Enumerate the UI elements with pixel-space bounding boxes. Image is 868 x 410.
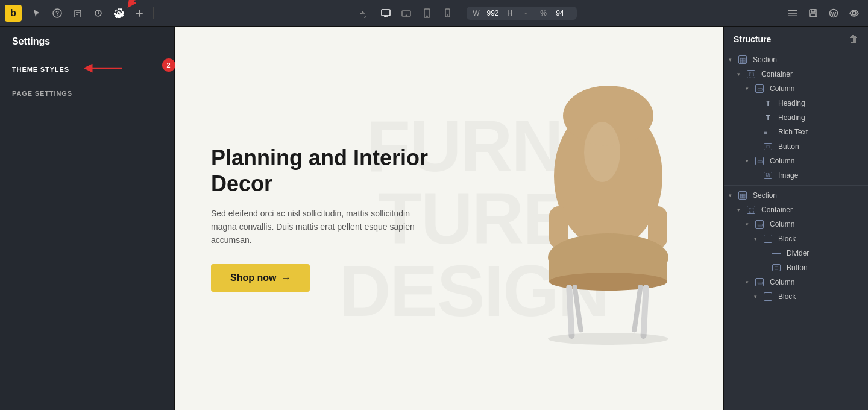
page-settings-label: PAGE SETTINGS — [12, 90, 72, 97]
heading-icon: T — [764, 99, 773, 107]
annotation-badge-2: 2 — [162, 58, 175, 72]
tree-item-label: Heading — [778, 99, 805, 107]
tree-item[interactable]: ▾▭Column — [724, 154, 868, 168]
tree-item[interactable]: THeading — [724, 96, 868, 110]
tree-section-divider — [724, 185, 868, 186]
container-icon: ⬚ — [747, 206, 756, 214]
tree-item[interactable]: ▾Block — [724, 232, 868, 246]
chair-svg — [518, 80, 699, 357]
tree-item[interactable]: ▾⬚Container — [724, 203, 868, 217]
tree-item[interactable]: ▾▭Column — [724, 81, 868, 96]
container-icon: ⬚ — [747, 70, 756, 78]
tree-chevron[interactable]: ▾ — [729, 192, 736, 198]
tree-item[interactable]: □Button — [724, 139, 868, 154]
section-icon: ▦ — [738, 55, 748, 64]
tree-item-label: Section — [753, 55, 777, 64]
theme-styles-label: THEME STYLES — [12, 66, 69, 73]
mobile-btn[interactable] — [438, 5, 457, 22]
wordpress-btn[interactable]: W — [825, 4, 843, 22]
dimension-inputs: W H % — [467, 7, 577, 20]
shop-now-button[interactable]: Shop now → — [211, 264, 310, 292]
tree-item-label: Column — [770, 278, 794, 286]
tree-item-label: Container — [761, 70, 793, 78]
tree-item[interactable]: ≡Rich Text — [724, 125, 868, 139]
viewport-controls — [356, 5, 457, 22]
tree-item[interactable]: 🖼Image — [724, 168, 868, 183]
save-btn[interactable] — [804, 4, 822, 22]
main-area: Settings THEME STYLES 2 PAGE SETTINGS FU… — [0, 27, 868, 410]
tree-item-label: Button — [778, 142, 799, 151]
section-icon: ▦ — [738, 191, 748, 200]
svg-rect-17 — [788, 15, 797, 16]
column-icon: ▭ — [755, 278, 765, 286]
zoom-input[interactable] — [549, 9, 571, 17]
tree-chevron[interactable]: ▾ — [737, 207, 744, 213]
canvas-inner: FURNI TURE DESIGN Planning and Interior … — [175, 27, 723, 410]
tree-item[interactable]: ▾⬚Container — [724, 67, 868, 81]
more-btn[interactable] — [784, 4, 802, 22]
settings-btn[interactable] — [110, 4, 128, 22]
add-btn[interactable] — [130, 4, 148, 22]
width-input[interactable] — [482, 9, 504, 17]
svg-rect-19 — [811, 10, 815, 12]
tree-item[interactable]: THeading — [724, 110, 868, 125]
block-icon — [764, 292, 773, 301]
left-sidebar: Settings THEME STYLES 2 PAGE SETTINGS — [0, 27, 175, 410]
tablet-landscape-btn[interactable] — [397, 5, 416, 22]
tablet-portrait-btn[interactable] — [417, 5, 436, 22]
w-label: W — [473, 9, 479, 17]
tree-chevron[interactable]: ▾ — [754, 294, 761, 300]
pages-btn[interactable] — [69, 4, 87, 22]
sidebar-title: Settings — [0, 27, 174, 57]
trash-icon[interactable]: 🗑 — [849, 34, 858, 45]
tree-item-label: Block — [778, 235, 796, 243]
sidebar-item-theme-styles[interactable]: THEME STYLES 2 — [0, 57, 174, 81]
tree-item-label: Heading — [778, 113, 805, 122]
tree-item[interactable]: ▾▦Section — [724, 52, 868, 67]
tree-item[interactable]: ▾▦Section — [724, 188, 868, 203]
tree-chevron[interactable]: ▾ — [746, 279, 753, 285]
structure-tree: ▾▦Section▾⬚Container▾▭ColumnTHeadingTHea… — [724, 52, 868, 304]
block-icon — [764, 235, 773, 243]
column-icon: ▭ — [755, 220, 765, 229]
tree-chevron[interactable]: ▾ — [754, 236, 761, 242]
hero-image — [444, 27, 723, 410]
undo-btn[interactable] — [356, 5, 375, 22]
tree-item[interactable]: □Button — [724, 260, 868, 275]
tree-item-label: Rich Text — [778, 128, 808, 136]
history-btn[interactable] — [89, 4, 107, 22]
sidebar-item-page-settings[interactable]: PAGE SETTINGS — [0, 81, 174, 106]
canvas[interactable]: FURNI TURE DESIGN Planning and Interior … — [175, 27, 723, 410]
tree-chevron[interactable]: ▾ — [737, 71, 744, 77]
tree-item-label: Button — [787, 263, 808, 272]
tree-item[interactable]: ▾▭Column — [724, 217, 868, 232]
logo[interactable]: b — [5, 5, 22, 22]
richtext-icon: ≡ — [764, 129, 773, 136]
cursor-tool-btn[interactable] — [28, 4, 46, 22]
column-icon: ▭ — [755, 157, 765, 165]
tree-item-label: Column — [770, 84, 794, 93]
tree-item[interactable]: ▾▭Column — [724, 275, 868, 289]
tree-chevron[interactable]: ▾ — [746, 221, 753, 227]
hero-content: Planning and Interior Decor Sed eleifend… — [175, 121, 474, 316]
tree-item[interactable]: ▾Block — [724, 289, 868, 304]
help-btn[interactable]: ? — [48, 4, 66, 22]
tree-chevron[interactable]: ▾ — [729, 57, 736, 63]
svg-text:W: W — [831, 11, 837, 17]
tree-chevron[interactable]: ▾ — [746, 86, 753, 92]
hero-body: Sed eleifend orci ac nisl sollicitudin, … — [211, 207, 416, 247]
panel-title: Structure — [734, 34, 771, 44]
svg-point-10 — [406, 15, 406, 16]
tree-item-label: Divider — [787, 249, 809, 257]
svg-rect-16 — [788, 13, 797, 14]
svg-point-23 — [852, 11, 856, 15]
svg-point-35 — [548, 333, 668, 345]
tree-item[interactable]: Divider — [724, 246, 868, 260]
height-input[interactable] — [515, 9, 536, 17]
svg-rect-6 — [382, 10, 390, 16]
tree-chevron[interactable]: ▾ — [746, 158, 753, 164]
preview-btn[interactable] — [845, 4, 863, 22]
svg-rect-2 — [75, 10, 81, 17]
svg-rect-13 — [445, 9, 450, 17]
desktop-view-btn[interactable] — [376, 5, 395, 22]
